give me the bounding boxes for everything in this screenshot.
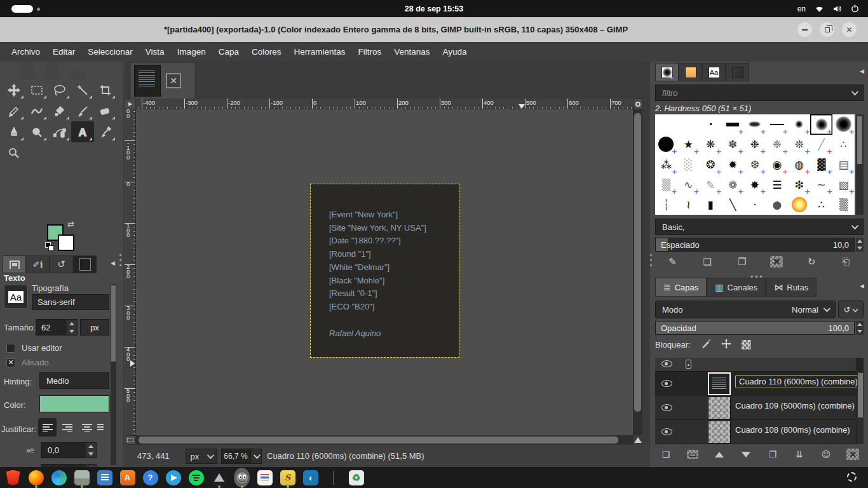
brush-cell[interactable]: ✽+ xyxy=(722,135,744,155)
brush-cell[interactable]: ∿+ xyxy=(677,175,700,195)
tool-warp[interactable] xyxy=(25,100,48,121)
clock[interactable]: 28 de sep 15:53 xyxy=(0,4,868,13)
opacity-spinner[interactable] xyxy=(856,321,864,335)
new-layer-button[interactable]: ❏ xyxy=(658,447,674,462)
dock-icon-gimp[interactable] xyxy=(234,470,250,485)
zoom-dropdown[interactable] xyxy=(250,449,262,464)
dock-icon-software[interactable]: A xyxy=(119,470,135,485)
tool-options-vscrollbar[interactable] xyxy=(111,284,116,465)
brush-cell[interactable]: + xyxy=(744,114,766,135)
keyboard-layout-indicator[interactable]: en xyxy=(797,4,806,13)
tool-move[interactable] xyxy=(3,79,25,100)
unit-select[interactable]: px xyxy=(80,319,109,336)
tool-crop[interactable] xyxy=(94,79,117,100)
tool-fuzzy-select[interactable] xyxy=(71,79,94,100)
tab-device-status[interactable]: ✐ℹ xyxy=(26,255,50,273)
brush-cell[interactable]: ✎+ xyxy=(700,175,722,195)
brush-cell[interactable]: ~+ xyxy=(810,175,832,195)
tab-brushes[interactable] xyxy=(655,63,679,81)
close-button[interactable]: ✕ xyxy=(842,22,857,37)
canvas-vscrollbar[interactable] xyxy=(633,109,642,435)
brush-cell[interactable]: ▤+ xyxy=(832,154,855,175)
brush-cell[interactable]: ❈+ xyxy=(766,135,788,155)
dock-icon-spotify[interactable] xyxy=(188,470,204,485)
brush-cell[interactable]: ❇+ xyxy=(788,175,810,195)
brush-cell[interactable]: ✸+ xyxy=(744,175,766,195)
brush-cell[interactable]: + xyxy=(832,114,855,135)
menu-item-capa[interactable]: Capa xyxy=(212,44,245,60)
brush-cell[interactable]: ❊+ xyxy=(788,135,810,155)
brush-cell[interactable]: ╱+ xyxy=(810,135,832,155)
tool-smudge[interactable] xyxy=(25,121,48,142)
brush-vscrollbar[interactable] xyxy=(856,114,864,215)
vertical-ruler[interactable]: - 2 0 0- 1 0 001 0 02 0 03 0 04 0 05 0 0 xyxy=(125,109,136,435)
dock-icon-help[interactable]: ? xyxy=(142,470,158,485)
dock-icon-obsidian[interactable] xyxy=(211,470,227,485)
layer-row[interactable]: Cuadro 109 (5000ms) (combine) xyxy=(655,396,856,420)
brush-cell[interactable]: ▧+ xyxy=(832,175,855,195)
justify-fill-button[interactable] xyxy=(97,418,104,437)
indent-input[interactable]: 0,0 xyxy=(41,442,97,458)
menu-item-colores[interactable]: Colores xyxy=(245,44,288,60)
menu-item-ventanas[interactable]: Ventanas xyxy=(388,44,436,60)
brush-cell[interactable]: ★+ xyxy=(677,135,700,155)
menu-item-herramientas[interactable]: Herramientas xyxy=(287,44,351,60)
menu-item-vista[interactable]: Vista xyxy=(139,44,171,60)
brush-cell[interactable]: ▒+ xyxy=(655,175,677,195)
dock-icon-files[interactable] xyxy=(74,470,90,485)
brush-cell[interactable]: ☰ xyxy=(766,175,788,195)
open-brush-as-image-button[interactable]: ⎗ xyxy=(838,254,855,269)
eye-icon[interactable] xyxy=(661,428,672,435)
brush-cell[interactable]: ◍+ xyxy=(788,154,810,175)
spacing-spinner[interactable] xyxy=(856,238,864,252)
dock-icon-edge[interactable] xyxy=(51,470,67,485)
tool-eraser[interactable] xyxy=(94,100,117,121)
right-splitter-grip[interactable]: ••• xyxy=(649,252,653,269)
layer-name[interactable]: Cuadro 109 (5000ms) (combine) xyxy=(735,401,855,410)
layer-mode-dropdown[interactable]: Modo Normal xyxy=(655,301,836,318)
tool-paintbrush[interactable] xyxy=(71,100,94,121)
menu-item-archivo[interactable]: Archivo xyxy=(5,44,46,60)
text-tool-icon-button[interactable]: Aa xyxy=(4,285,28,309)
dock-icon-trash[interactable]: ♻ xyxy=(348,470,364,485)
refresh-brushes-button[interactable]: ↻ xyxy=(803,254,820,269)
menu-item-imagen[interactable]: Imagen xyxy=(171,44,212,60)
delete-brush-button[interactable]: ✕ xyxy=(768,254,785,269)
quick-mask-button[interactable] xyxy=(125,435,136,445)
tool-paths[interactable] xyxy=(48,121,71,142)
merge-layer-button[interactable]: ⇊ xyxy=(791,447,808,462)
brush-cell[interactable]: ┆ xyxy=(655,194,677,215)
brush-cell[interactable] xyxy=(700,114,722,135)
brush-cell[interactable]: + xyxy=(788,114,810,135)
brush-cell[interactable]: ∴ xyxy=(832,135,855,155)
image-layer-boundary[interactable]: [Event "New York"][Site "New York, NY US… xyxy=(311,184,459,357)
brush-cell[interactable]: ❋+ xyxy=(700,135,722,155)
tab-undo-history[interactable]: ↺ xyxy=(50,255,73,273)
lock-position-icon[interactable] xyxy=(721,339,731,351)
layer-row[interactable]: Cuadro 108 (800ms) (combine) xyxy=(655,420,856,444)
volume-icon[interactable] xyxy=(833,5,842,13)
layer-list-scrollbar[interactable] xyxy=(857,372,864,444)
layer-name[interactable]: Cuadro 110 (6000ms) (combine) xyxy=(735,375,862,388)
layer-thumbnail[interactable] xyxy=(708,421,731,444)
tool-text[interactable]: A xyxy=(71,121,94,142)
wifi-icon[interactable] xyxy=(815,5,824,13)
tool-color-picker[interactable] xyxy=(94,121,117,142)
restore-button[interactable] xyxy=(820,22,834,37)
background-color-swatch[interactable] xyxy=(58,234,74,251)
dock-icon-telegram[interactable] xyxy=(165,470,181,485)
brush-cell[interactable]: ▒ xyxy=(832,194,855,215)
brush-cell[interactable]: ❆+ xyxy=(744,154,766,175)
canvas-viewport[interactable]: [Event "New York"][Site "New York, NY US… xyxy=(136,109,633,435)
brush-cell[interactable]: ⁂+ xyxy=(655,154,677,175)
font-select[interactable]: Sans-serif xyxy=(32,294,109,310)
dock-collapse-button[interactable]: ◀ xyxy=(857,67,867,76)
hscrollbar-thumb[interactable] xyxy=(139,437,618,444)
brush-cell[interactable]: + xyxy=(766,114,788,135)
tool-rect-select[interactable] xyxy=(25,79,48,100)
brush-cell[interactable]: + xyxy=(810,114,832,135)
dock-icon-gedit[interactable] xyxy=(97,470,112,485)
tab-gradients[interactable] xyxy=(726,63,749,81)
toolbox-collapse-button[interactable]: ◀ xyxy=(108,259,118,268)
text-color-swatch[interactable] xyxy=(39,395,109,412)
